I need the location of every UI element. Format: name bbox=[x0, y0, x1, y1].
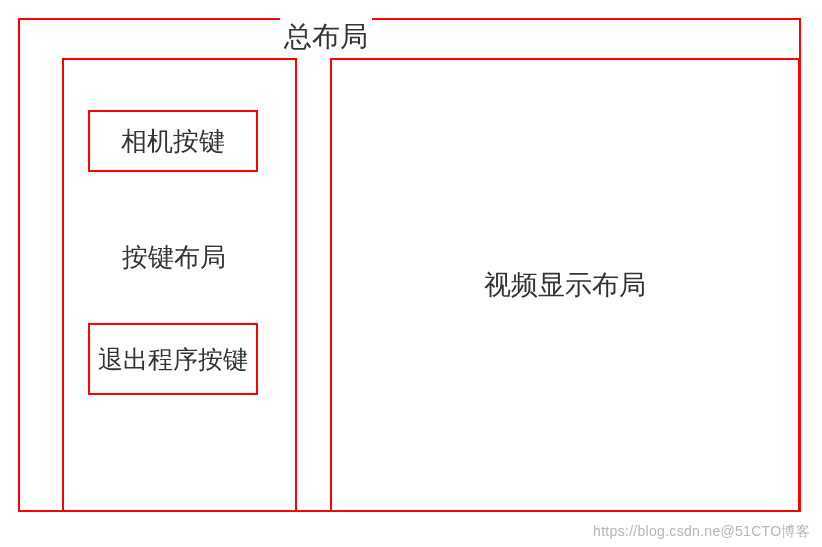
main-title: 总布局 bbox=[280, 18, 372, 56]
watermark-text: https://blog.csdn.ne@51CTO博客 bbox=[593, 523, 810, 541]
button-layout-label: 按键布局 bbox=[122, 240, 226, 275]
exit-button-label: 退出程序按键 bbox=[98, 343, 248, 376]
camera-button[interactable]: 相机按键 bbox=[88, 110, 258, 172]
video-display-label: 视频显示布局 bbox=[484, 267, 646, 303]
camera-button-label: 相机按键 bbox=[121, 124, 225, 159]
outer-container: 总布局 相机按键 按键布局 退出程序按键 视频显示布局 bbox=[18, 18, 801, 512]
video-display-panel: 视频显示布局 bbox=[330, 58, 800, 512]
exit-button[interactable]: 退出程序按键 bbox=[88, 323, 258, 395]
